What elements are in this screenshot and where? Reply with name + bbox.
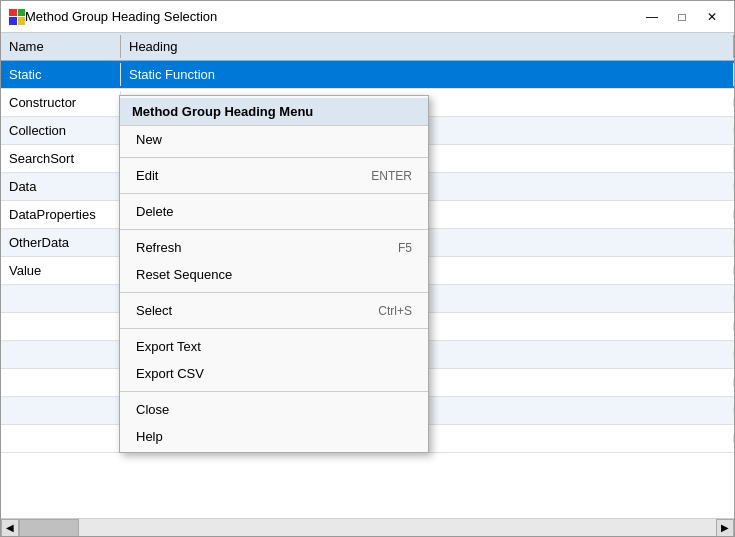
menu-item-new[interactable]: New (120, 126, 428, 153)
menu-item-select-label: Select (136, 303, 172, 318)
menu-separator (120, 391, 428, 392)
menu-item-export-csv[interactable]: Export CSV (120, 360, 428, 387)
content-area: Name Heading Static Static Function Cons… (1, 33, 734, 536)
menu-item-refresh-label: Refresh (136, 240, 182, 255)
menu-item-reset-sequence[interactable]: Reset Sequence (120, 261, 428, 288)
menu-item-delete-label: Delete (136, 204, 174, 219)
menu-item-refresh[interactable]: Refresh F5 (120, 234, 428, 261)
context-menu: Method Group Heading Menu New Edit ENTER… (119, 95, 429, 453)
scroll-right-arrow[interactable]: ▶ (716, 519, 734, 537)
menu-item-reset-sequence-label: Reset Sequence (136, 267, 232, 282)
minimize-button[interactable]: — (638, 6, 666, 28)
scroll-left-arrow[interactable]: ◀ (1, 519, 19, 537)
column-header-name: Name (1, 35, 121, 58)
main-window: Method Group Heading Selection — □ ✕ Nam… (0, 0, 735, 537)
menu-item-edit-shortcut: ENTER (371, 169, 412, 183)
cell-name: Data (1, 175, 121, 198)
menu-item-delete[interactable]: Delete (120, 198, 428, 225)
menu-item-help[interactable]: Help (120, 423, 428, 450)
menu-separator (120, 193, 428, 194)
menu-separator (120, 292, 428, 293)
cell-name: Constructor (1, 91, 121, 114)
window-title: Method Group Heading Selection (25, 9, 638, 24)
menu-item-select-shortcut: Ctrl+S (378, 304, 412, 318)
table-header: Name Heading (1, 33, 734, 61)
menu-item-close-label: Close (136, 402, 169, 417)
cell-name: Collection (1, 119, 121, 142)
column-header-heading: Heading (121, 35, 734, 58)
scroll-thumb[interactable] (19, 519, 79, 537)
menu-item-export-csv-label: Export CSV (136, 366, 204, 381)
menu-separator (120, 328, 428, 329)
menu-item-edit-label: Edit (136, 168, 158, 183)
menu-item-help-label: Help (136, 429, 163, 444)
menu-item-export-text[interactable]: Export Text (120, 333, 428, 360)
cell-name: Static (1, 63, 121, 86)
menu-item-new-label: New (136, 132, 162, 147)
cell-name: SearchSort (1, 147, 121, 170)
maximize-button[interactable]: □ (668, 6, 696, 28)
menu-item-select[interactable]: Select Ctrl+S (120, 297, 428, 324)
cell-name: Value (1, 259, 121, 282)
window-controls: — □ ✕ (638, 6, 726, 28)
menu-item-refresh-shortcut: F5 (398, 241, 412, 255)
cell-name: DataProperties (1, 203, 121, 226)
close-button[interactable]: ✕ (698, 6, 726, 28)
app-icon (9, 9, 25, 25)
cell-name: OtherData (1, 231, 121, 254)
menu-title: Method Group Heading Menu (120, 98, 428, 126)
menu-item-close[interactable]: Close (120, 396, 428, 423)
horizontal-scrollbar[interactable]: ◀ ▶ (1, 518, 734, 536)
cell-heading: Static Function (121, 63, 734, 86)
title-bar: Method Group Heading Selection — □ ✕ (1, 1, 734, 33)
table-row[interactable]: Static Static Function (1, 61, 734, 89)
menu-item-export-text-label: Export Text (136, 339, 201, 354)
scroll-track[interactable] (19, 519, 716, 537)
menu-item-edit[interactable]: Edit ENTER (120, 162, 428, 189)
menu-separator (120, 157, 428, 158)
menu-separator (120, 229, 428, 230)
